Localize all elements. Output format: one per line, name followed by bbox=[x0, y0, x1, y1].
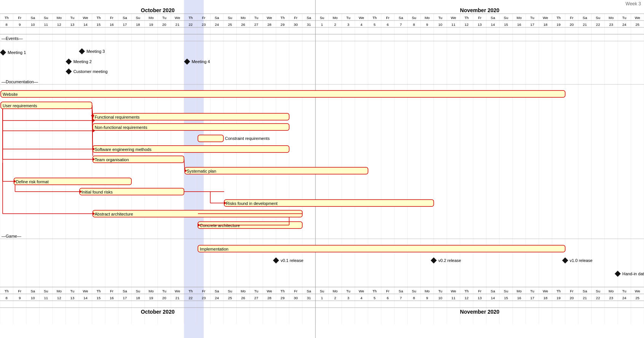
svg-text:16: 16 bbox=[110, 296, 114, 300]
svg-text:5: 5 bbox=[373, 296, 375, 300]
svg-text:We: We bbox=[83, 289, 88, 293]
svg-text:Th: Th bbox=[188, 289, 193, 293]
svg-text:Sa: Sa bbox=[491, 16, 495, 20]
svg-text:Su: Su bbox=[596, 16, 600, 20]
svg-text:Mo: Mo bbox=[241, 289, 245, 293]
svg-text:16: 16 bbox=[110, 22, 114, 27]
svg-text:8: 8 bbox=[6, 22, 8, 27]
svg-text:Su: Su bbox=[136, 16, 140, 20]
svg-text:17: 17 bbox=[530, 296, 534, 300]
svg-text:Tu: Tu bbox=[346, 16, 351, 20]
svg-text:November 2020: November 2020 bbox=[460, 309, 500, 315]
svg-text:Fr: Fr bbox=[478, 16, 481, 20]
svg-text:23: 23 bbox=[609, 296, 613, 300]
svg-text:10: 10 bbox=[438, 22, 442, 27]
svg-text:Su: Su bbox=[504, 289, 509, 293]
svg-text:Sa: Sa bbox=[123, 289, 127, 293]
svg-text:Su: Su bbox=[228, 289, 232, 293]
svg-text:Sa: Sa bbox=[123, 16, 127, 20]
svg-text:Fr: Fr bbox=[110, 289, 113, 293]
svg-text:3: 3 bbox=[347, 22, 349, 27]
svg-text:Non-functional requirements: Non-functional requirements bbox=[95, 125, 148, 130]
svg-text:19: 19 bbox=[149, 22, 153, 27]
svg-text:Sa: Sa bbox=[31, 289, 35, 293]
svg-text:24: 24 bbox=[622, 296, 626, 300]
svg-text:Fr: Fr bbox=[294, 289, 297, 293]
svg-text:Concrete architecture: Concrete architecture bbox=[200, 223, 240, 228]
svg-text:22: 22 bbox=[188, 22, 193, 27]
svg-text:Constraint requirements: Constraint requirements bbox=[225, 136, 270, 141]
svg-text:Su: Su bbox=[504, 16, 509, 20]
svg-text:Mo: Mo bbox=[149, 16, 154, 20]
svg-text:4: 4 bbox=[360, 296, 362, 300]
svg-text:Team organisation: Team organisation bbox=[95, 157, 129, 162]
svg-text:Su: Su bbox=[412, 16, 416, 20]
svg-text:2: 2 bbox=[334, 296, 336, 300]
svg-text:5: 5 bbox=[373, 22, 375, 27]
svg-text:22: 22 bbox=[188, 296, 193, 300]
svg-text:13: 13 bbox=[478, 296, 482, 300]
svg-text:Su: Su bbox=[136, 289, 140, 293]
svg-text:v0.2 release: v0.2 release bbox=[438, 258, 461, 263]
svg-text:31: 31 bbox=[307, 296, 311, 300]
svg-text:17: 17 bbox=[123, 296, 127, 300]
svg-text:Fr: Fr bbox=[18, 16, 21, 20]
svg-text:25: 25 bbox=[635, 296, 639, 300]
svg-text:Tu: Tu bbox=[530, 16, 534, 20]
svg-text:Su: Su bbox=[320, 16, 324, 20]
svg-text:Th: Th bbox=[373, 16, 377, 20]
svg-text:6: 6 bbox=[387, 22, 389, 27]
svg-text:19: 19 bbox=[556, 22, 561, 27]
svg-text:Fr: Fr bbox=[386, 16, 389, 20]
svg-text:Initial found risks: Initial found risks bbox=[81, 190, 113, 194]
svg-text:23: 23 bbox=[202, 296, 206, 300]
svg-text:Su: Su bbox=[44, 16, 48, 20]
svg-text:Su: Su bbox=[44, 289, 48, 293]
svg-text:Fr: Fr bbox=[478, 289, 481, 293]
svg-text:User requirements: User requirements bbox=[3, 103, 37, 108]
svg-text:20: 20 bbox=[570, 22, 574, 27]
svg-text:Th: Th bbox=[5, 16, 9, 20]
svg-text:Tu: Tu bbox=[438, 16, 442, 20]
svg-text:21: 21 bbox=[583, 22, 587, 27]
svg-text:Th: Th bbox=[188, 16, 193, 20]
svg-text:We: We bbox=[359, 16, 364, 20]
svg-rect-276 bbox=[198, 135, 223, 142]
svg-text:11: 11 bbox=[44, 296, 48, 300]
svg-text:11: 11 bbox=[451, 22, 456, 27]
svg-text:6: 6 bbox=[387, 296, 389, 300]
svg-text:Tu: Tu bbox=[162, 289, 166, 293]
svg-text:24: 24 bbox=[215, 22, 219, 27]
svg-text:We: We bbox=[543, 16, 548, 20]
svg-text:14: 14 bbox=[491, 296, 495, 300]
svg-text:Fr: Fr bbox=[570, 289, 574, 293]
svg-text:Th: Th bbox=[556, 289, 561, 293]
svg-text:Define risk format: Define risk format bbox=[16, 179, 49, 184]
svg-text:Su: Su bbox=[596, 289, 600, 293]
svg-text:31: 31 bbox=[307, 22, 311, 27]
svg-text:Tu: Tu bbox=[254, 289, 258, 293]
svg-text:Mo: Mo bbox=[57, 16, 62, 20]
svg-text:Fr: Fr bbox=[570, 16, 574, 20]
svg-text:We: We bbox=[175, 289, 180, 293]
svg-text:—Game—: —Game— bbox=[2, 234, 21, 238]
svg-text:Fr: Fr bbox=[18, 289, 21, 293]
svg-text:29: 29 bbox=[281, 22, 285, 27]
svg-text:2: 2 bbox=[334, 22, 336, 27]
svg-text:21: 21 bbox=[175, 22, 180, 27]
svg-text:Systematic plan: Systematic plan bbox=[187, 169, 216, 173]
svg-text:Th: Th bbox=[281, 16, 285, 20]
svg-text:—Events—: —Events— bbox=[2, 36, 23, 41]
svg-text:30: 30 bbox=[294, 22, 298, 27]
svg-text:Sa: Sa bbox=[583, 16, 587, 20]
svg-text:v1.0 release: v1.0 release bbox=[570, 258, 593, 263]
svg-text:Mo: Mo bbox=[333, 16, 338, 20]
svg-text:24: 24 bbox=[622, 22, 626, 27]
svg-text:Meeting 2: Meeting 2 bbox=[73, 59, 92, 64]
svg-text:We: We bbox=[635, 289, 640, 293]
svg-text:13: 13 bbox=[70, 296, 75, 300]
svg-text:26: 26 bbox=[241, 296, 245, 300]
svg-text:Su: Su bbox=[320, 289, 324, 293]
svg-text:22: 22 bbox=[596, 22, 600, 27]
svg-rect-268 bbox=[1, 90, 565, 97]
